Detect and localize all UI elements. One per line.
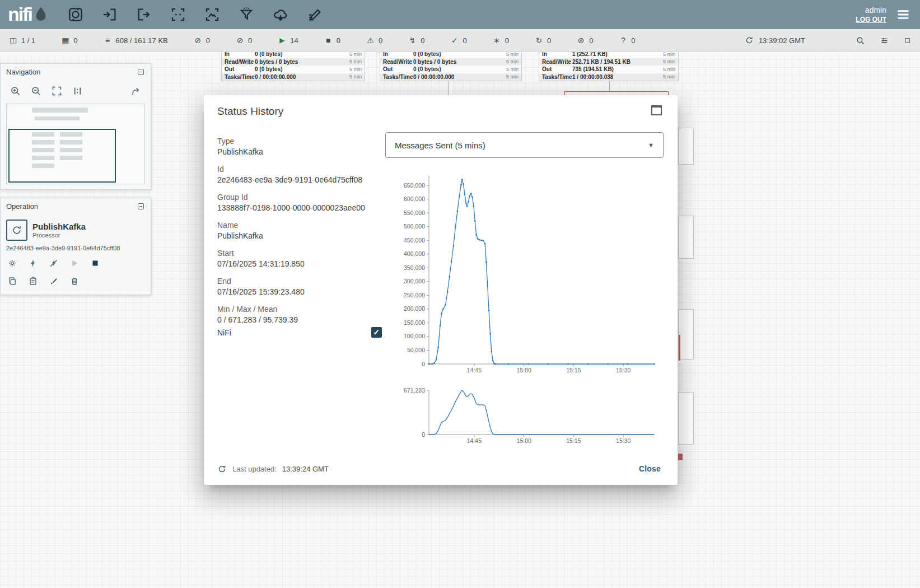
flow-settings-button[interactable] xyxy=(880,36,889,45)
minimap-viewport[interactable] xyxy=(8,129,116,183)
start-button[interactable] xyxy=(69,258,80,268)
zoom-out-icon xyxy=(30,85,42,97)
series-legend-label: NiFi xyxy=(217,328,231,337)
refresh-group: 13:39:02 GMT xyxy=(745,36,805,45)
tool-remote-process-group[interactable] xyxy=(271,5,290,24)
statusbar-right: 13:39:02 GMT xyxy=(745,36,911,45)
selected-component: PublishKafka Processor xyxy=(1,214,151,241)
tool-processor[interactable] xyxy=(66,5,85,24)
svg-text:15:15: 15:15 xyxy=(566,367,581,374)
field-id: Id2e246483-ee9a-3de9-9191-0e64d75cff08 xyxy=(217,164,382,185)
dialog-footer: Last updated: 13:39:24 GMT Close xyxy=(217,459,664,478)
sync-failure-icon: ? xyxy=(619,36,627,44)
birdseye-map[interactable] xyxy=(6,104,145,184)
series-visibility-checkbox[interactable] xyxy=(371,327,382,338)
search-button[interactable] xyxy=(856,36,865,45)
remote-process-group-icon xyxy=(272,6,289,23)
tool-output-port[interactable] xyxy=(134,5,153,24)
funnel-icon xyxy=(238,6,255,23)
last-updated-value: 13:39:24 GMT xyxy=(282,465,329,473)
zoom-in-button[interactable] xyxy=(10,85,21,97)
paste-button[interactable] xyxy=(28,276,38,286)
refresh-icon xyxy=(745,36,754,45)
jump-icon xyxy=(130,85,142,97)
field-name: NamePublishKafka xyxy=(217,220,382,241)
status-sync-failure: ?0 xyxy=(619,36,635,45)
canvas-component-partial[interactable] xyxy=(678,128,694,165)
canvas-component-partial[interactable] xyxy=(678,309,694,360)
zoom-fit-button[interactable] xyxy=(51,85,63,97)
copy-button[interactable] xyxy=(7,276,17,286)
navigation-tools xyxy=(1,80,151,99)
status-locally-modified: ∗0 xyxy=(493,36,509,45)
collapse-navigation-button[interactable] xyxy=(137,68,145,76)
configure-button[interactable] xyxy=(7,258,17,268)
connected-nodes-count: 1 / 1 xyxy=(21,36,35,45)
search-icon xyxy=(856,36,865,45)
delete-button[interactable] xyxy=(69,276,80,286)
tool-label[interactable] xyxy=(305,5,324,24)
up-to-date-icon: ✓ xyxy=(450,36,459,44)
svg-text:15:15: 15:15 xyxy=(566,437,581,444)
logout-link[interactable]: LOG OUT xyxy=(856,16,886,24)
field-start: Start07/16/2025 14:31:19.850 xyxy=(217,248,382,269)
canvas-view-button[interactable] xyxy=(904,37,911,44)
operate-actions-row-2 xyxy=(1,269,151,293)
canvas-component-partial[interactable] xyxy=(678,216,694,259)
nifi-logo: nifi xyxy=(0,3,54,26)
locally-modified-stale-icon: ⊛ xyxy=(577,36,585,44)
last-refreshed-time: 13:39:02 GMT xyxy=(759,36,805,45)
svg-text:14:45: 14:45 xyxy=(467,437,482,444)
svg-text:14:45: 14:45 xyxy=(467,367,482,374)
active-threads-count: 0 xyxy=(73,36,77,45)
stopped-icon: ■ xyxy=(324,36,333,44)
stale-count: 0 xyxy=(547,36,551,45)
zoom-fit-icon xyxy=(51,85,63,97)
tool-template[interactable] xyxy=(203,5,222,24)
stat-row: Read/Write0 bytes / 0 bytes5 min xyxy=(380,58,521,66)
minimap-component xyxy=(35,116,80,120)
svg-text:15:30: 15:30 xyxy=(616,437,631,444)
up-to-date-count: 0 xyxy=(463,36,466,45)
svg-text:300,000: 300,000 xyxy=(404,278,425,284)
process-group-stats[interactable]: In0 (0 bytes)5 min Read/Write0 bytes / 0… xyxy=(380,50,522,81)
status-history-brush-chart[interactable]: 671,283014:4515:0015:1515:30 xyxy=(385,386,665,449)
bolt-slash-icon xyxy=(49,258,59,268)
process-group-stats[interactable]: In0 (0 bytes)5 min Read/Write0 bytes / 0… xyxy=(221,50,365,81)
svg-text:0: 0 xyxy=(422,431,425,438)
template-icon xyxy=(204,6,221,23)
zoom-out-button[interactable] xyxy=(30,85,42,97)
user-block: admin LOG OUT xyxy=(856,6,886,24)
change-color-button[interactable] xyxy=(49,276,59,286)
nifi-app: nifi admin LOG OUT ◫1 / 1 ▦0 ≡608 / 161.… xyxy=(0,0,920,588)
tool-funnel[interactable] xyxy=(237,5,256,24)
queued-count: 608 / 161.17 KB xyxy=(116,36,168,45)
not-transmitting-count: 0 xyxy=(248,36,252,45)
stat-row: Out0 (0 bytes)5 min xyxy=(380,66,521,73)
stat-row: Read/Write252.71 KB / 194.51 KB5 min xyxy=(539,58,678,66)
refresh-flow-button[interactable] xyxy=(745,36,754,45)
enable-button[interactable] xyxy=(28,258,38,268)
collapse-operation-button[interactable] xyxy=(137,202,145,211)
gear-icon xyxy=(7,258,17,268)
disable-button[interactable] xyxy=(49,258,59,268)
tool-input-port[interactable] xyxy=(100,5,119,24)
connection-line xyxy=(609,81,610,91)
tool-process-group[interactable] xyxy=(169,5,188,24)
process-group-stats[interactable]: In1 (252.71 KB)5 min Read/Write252.71 KB… xyxy=(539,50,679,81)
refresh-status-history-button[interactable] xyxy=(217,464,227,474)
zoom-actual-size-button[interactable] xyxy=(72,85,83,97)
canvas-component-partial[interactable] xyxy=(678,392,694,445)
close-dialog-button[interactable]: Close xyxy=(636,464,664,474)
running-icon: ▶ xyxy=(278,37,286,44)
current-user: admin xyxy=(865,6,886,15)
navigation-title: Navigation xyxy=(6,68,40,76)
sliders-icon xyxy=(880,36,889,45)
maximize-dialog-button[interactable] xyxy=(651,105,662,115)
global-menu-button[interactable] xyxy=(895,7,911,22)
operation-title: Operation xyxy=(6,202,38,211)
jump-to-parent-button[interactable] xyxy=(130,85,142,97)
stop-button[interactable] xyxy=(90,258,100,268)
selected-component-name: PublishKafka xyxy=(32,222,86,231)
metric-select[interactable]: Messages Sent (5 mins) ▼ xyxy=(385,132,664,158)
